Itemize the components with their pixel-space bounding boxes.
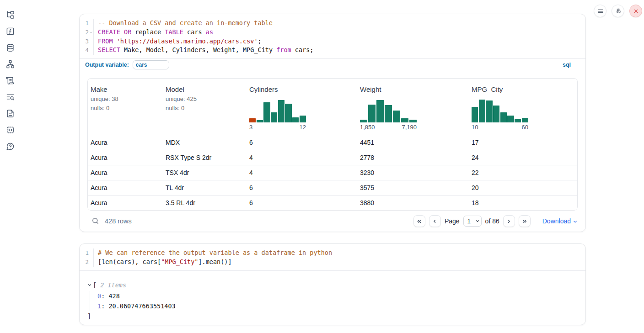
code-text: CREATE OR replace TABLE cars as [94,28,213,37]
histogram-min-label: 3 [249,124,252,131]
sidebar-item-documentation[interactable] [5,109,15,118]
histogram-max-label: 60 [522,124,528,131]
sidebar-item-data-sources[interactable] [5,43,15,52]
table-cell: 2778 [357,150,469,165]
hamburger-icon [597,8,604,15]
histogram-bar [409,120,417,122]
histogram-bar [271,112,277,122]
gear-icon [615,8,622,15]
sql-code-editor[interactable]: 1-- Download a CSV and create an in-memo… [80,14,585,58]
sidebar-item-file-explorer[interactable] [5,10,15,19]
table-cell: 6 [247,135,357,150]
histogram-bar [486,100,492,122]
table-cell: 3230 [357,165,469,180]
histogram-min-label: 1,850 [360,124,375,131]
sql-cell: 1-- Download a CSV and create an in-memo… [79,14,586,232]
sidebar-item-outline[interactable] [5,76,15,85]
table-cell: 4 [247,165,357,180]
code-line: 2CREATE OR replace TABLE cars as [80,28,585,37]
fold-chevron-icon[interactable] [89,31,93,34]
table-cell: MDX [163,135,247,150]
table-row[interactable]: AcuraMDX6445117 [88,135,577,150]
sidebar-item-variables[interactable] [5,26,15,36]
tree-entry: 1: 20.060747663551403 [97,301,578,311]
table-cell: 22 [469,165,577,180]
table-row[interactable]: AcuraTL 4dr6357520 [88,180,577,195]
column-name: Cylinders [249,85,354,94]
table-cell: 3575 [357,180,469,195]
tree-entries: 0: 4281: 20.060747663551403 [90,291,578,311]
column-stat: unique: 38 [91,97,159,101]
search-button[interactable] [91,217,99,225]
histogram-bar [500,112,507,122]
histogram-bars [472,99,528,122]
line-number: 2 [80,258,89,267]
table-row[interactable]: AcuraRSX Type S 2dr4277824 [88,150,577,165]
next-page-button[interactable] [503,215,515,227]
sidebar [0,0,20,333]
line-gutter: 1 [80,248,94,258]
table-cell: 4451 [357,135,469,150]
last-page-button[interactable] [519,215,531,227]
table-body: AcuraMDX6445117AcuraRSX Type S 2dr427782… [88,135,577,210]
code-text: # We can reference the output variable a… [94,248,332,258]
line-gutter: 1 [80,19,94,28]
table-cell: 3880 [357,196,469,210]
column-name: MPG_City [472,85,574,94]
histogram-bar [385,105,392,122]
sidebar-item-help[interactable] [5,142,15,151]
network-icon [6,60,15,69]
prev-page-button[interactable] [429,215,441,227]
language-badge[interactable]: sql [563,62,571,68]
column-header-Make: Makeunique: 38nulls: 0 [88,79,163,135]
output-variable-row: Output variable: sql [80,58,585,71]
settings-button[interactable] [612,5,624,17]
shutdown-button[interactable] [629,5,642,17]
column-header-Weight: Weight1,8507,190 [357,79,469,135]
menu-button[interactable] [594,5,606,17]
tree-root: [ 2 Items [87,280,578,290]
sidebar-item-dependency-graph[interactable] [5,59,15,69]
table-row[interactable]: AcuraTSX 4dr4323022 [88,165,577,180]
data-table: Makeunique: 38nulls: 0Modelunique: 425nu… [87,78,578,211]
python-code-editor[interactable]: 1# We can reference the output variable … [80,244,585,271]
chevrons-right-icon [521,218,527,224]
column-header-Model: Modelunique: 425nulls: 0 [163,79,247,135]
first-page-button[interactable] [413,215,425,227]
tree-entry-value: 428 [108,292,119,300]
sidebar-item-logs[interactable] [5,92,15,101]
table-row[interactable]: Acura3.5 RL 4dr6388018 [88,195,577,210]
column-histogram: 312 [249,99,306,131]
histogram-bar [292,117,299,122]
table-cell: 18 [469,196,577,210]
table-cell: TL 4dr [163,180,247,195]
code-line: 1# We can reference the output variable … [80,248,585,258]
table-cell: 3.5 RL 4dr [163,196,247,210]
tree-collapse-button[interactable] [87,283,93,287]
line-number: 2 [80,28,89,37]
code-line: 3FROM 'https://datasets.marimo.app/cars.… [80,37,585,46]
table-cell: TSX 4dr [163,165,247,180]
histogram-bar [360,120,367,122]
tree-entry-index: 1 [97,302,101,310]
histogram-bars [360,99,417,122]
histogram-bar [401,118,408,122]
download-button[interactable]: Download [542,217,578,225]
line-number: 3 [80,37,89,46]
output-variable-input[interactable] [133,60,169,69]
code-text: [len(cars), cars["MPG_City"].mean()] [94,258,232,267]
items-count-label: 2 Items [100,280,126,290]
sidebar-item-snippets[interactable] [5,125,15,134]
table-cell: 4 [247,150,357,165]
chevron-down-icon [87,283,92,287]
output-variable-label: Output variable: [85,62,129,68]
pagination: Page 1 of 86 Download [413,215,578,227]
code-text: SELECT Make, Model, Cylinders, Weight, M… [94,46,313,55]
histogram-bar [479,100,485,122]
tree-icon [6,11,15,19]
chevron-left-icon [432,218,438,224]
column-name: Model [166,85,243,94]
page-label: Page [445,217,460,225]
file-text-icon [6,109,15,118]
page-select[interactable]: 1 [463,216,482,227]
